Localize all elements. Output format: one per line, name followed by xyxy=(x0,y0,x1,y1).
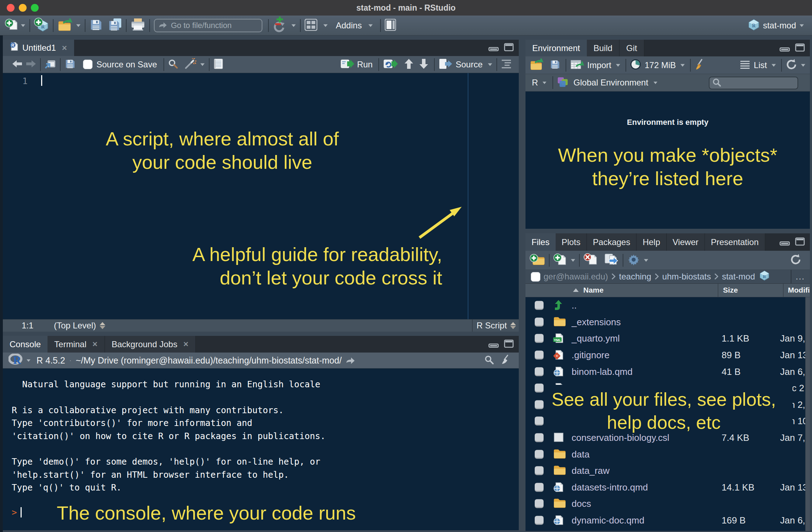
environment-search-input[interactable] xyxy=(709,77,798,89)
print-button[interactable] xyxy=(130,18,145,33)
tab-build[interactable]: Build xyxy=(587,40,619,56)
file-name[interactable]: binom-lab.qmd xyxy=(572,366,633,377)
close-tab-icon[interactable]: ✕ xyxy=(183,340,189,348)
save-all-button[interactable] xyxy=(108,18,122,33)
maximize-pane-icon[interactable] xyxy=(504,43,514,53)
file-checkbox[interactable] xyxy=(535,466,544,475)
pane-layout-button[interactable] xyxy=(305,19,328,32)
file-checkbox[interactable] xyxy=(535,499,544,508)
language-selector-label[interactable]: R xyxy=(532,78,538,88)
minimize-pane-icon[interactable] xyxy=(779,237,790,247)
tab-untitled1[interactable]: R Untitled1 ✕ xyxy=(3,40,74,56)
file-checkbox[interactable] xyxy=(535,483,544,492)
tab-files[interactable]: Files xyxy=(525,233,556,251)
file-name[interactable]: .. xyxy=(572,300,577,311)
file-checkbox[interactable] xyxy=(535,317,544,326)
breadcrumb-uhm-biostats[interactable]: uhm-biostats xyxy=(662,272,711,282)
file-name[interactable]: dynamic-doc.qmd xyxy=(572,515,644,526)
file-name[interactable]: datasets-intro.qmd xyxy=(572,482,648,493)
file-row[interactable]: YML _quarto.yml 1.1 KB Jan 9, xyxy=(525,330,810,347)
source-label[interactable]: Source xyxy=(456,60,483,70)
cursor-position[interactable]: 1:1 xyxy=(22,320,33,332)
code-tools-wand-icon[interactable] xyxy=(184,58,196,71)
tab-environment[interactable]: Environment xyxy=(525,40,587,56)
source-icon[interactable] xyxy=(439,59,453,71)
select-all-checkbox[interactable] xyxy=(531,272,540,282)
tab-presentation[interactable]: Presentation xyxy=(705,233,765,251)
copy-file-icon[interactable] xyxy=(604,253,618,267)
source-down-icon[interactable] xyxy=(419,59,428,71)
column-header-modified[interactable]: Modified xyxy=(788,286,810,294)
files-scrollbar[interactable] xyxy=(805,297,810,531)
column-header-size[interactable]: Size xyxy=(723,286,738,294)
chevron-down-icon[interactable] xyxy=(26,357,31,364)
run-label[interactable]: Run xyxy=(357,60,373,70)
tab-console[interactable]: Console xyxy=(3,336,48,353)
maximize-pane-icon[interactable] xyxy=(795,43,805,53)
file-row[interactable]: YML _extensions xyxy=(525,314,810,331)
file-row[interactable]: YML docs xyxy=(525,495,810,512)
file-row[interactable]: YML binom-lab.qmd 41 B Jan 6, xyxy=(525,363,810,380)
project-menu-button[interactable]: stat-mod xyxy=(748,16,804,35)
file-row[interactable]: YML data_raw xyxy=(525,462,810,479)
compile-report-icon[interactable] xyxy=(213,59,223,71)
breadcrumb-teaching[interactable]: teaching xyxy=(619,272,651,282)
environment-scope-label[interactable]: Global Environment xyxy=(573,78,648,88)
breadcrumb-more-button[interactable]: ... xyxy=(796,272,805,282)
forward-icon[interactable] xyxy=(26,60,36,70)
file-checkbox[interactable] xyxy=(535,433,544,442)
scope-selector[interactable]: (Top Level) xyxy=(54,320,105,332)
save-button[interactable] xyxy=(89,18,102,33)
refresh-icon[interactable] xyxy=(790,254,801,267)
version-control-button[interactable] xyxy=(273,17,296,34)
close-tab-icon[interactable]: ✕ xyxy=(92,340,98,348)
console-body[interactable]: Natural language support but running in … xyxy=(3,368,519,530)
zoom-window-button[interactable] xyxy=(31,4,39,12)
file-row[interactable]: YML .gitignore 89 B Jan 13 xyxy=(525,347,810,364)
delete-file-icon[interactable] xyxy=(584,253,599,267)
column-header-name[interactable]: Name xyxy=(583,286,604,294)
editor-code-area[interactable]: 1 A script, where almost all ofyour code… xyxy=(3,73,519,319)
file-row[interactable]: YML datasets-intro.qmd 14.1 KB Jan 13 xyxy=(525,479,810,496)
minimize-pane-icon[interactable] xyxy=(488,43,499,53)
breadcrumb-stat-mod[interactable]: stat-mod xyxy=(722,272,755,282)
file-checkbox[interactable] xyxy=(535,351,544,360)
load-workspace-icon[interactable] xyxy=(530,59,545,72)
open-file-button[interactable] xyxy=(57,18,81,33)
back-icon[interactable] xyxy=(12,60,23,70)
minimize-pane-icon[interactable] xyxy=(488,339,499,349)
minimize-pane-icon[interactable] xyxy=(779,43,790,53)
tab-git[interactable]: Git xyxy=(619,40,644,56)
find-replace-icon[interactable] xyxy=(168,59,178,70)
goto-directory-icon[interactable] xyxy=(345,355,355,365)
tab-terminal[interactable]: Terminal✕ xyxy=(48,336,105,353)
file-checkbox[interactable] xyxy=(535,417,544,426)
new-file-button[interactable] xyxy=(5,18,26,33)
refresh-icon[interactable] xyxy=(786,59,797,72)
goto-file-function-input[interactable]: Go to file/function xyxy=(154,19,262,32)
file-name[interactable]: docs xyxy=(572,498,591,509)
show-panes-button[interactable] xyxy=(385,19,396,32)
file-name[interactable]: data_raw xyxy=(572,465,610,476)
filetype-selector[interactable]: R Script xyxy=(472,320,519,332)
more-gear-icon[interactable] xyxy=(627,253,640,267)
file-checkbox[interactable] xyxy=(535,450,544,459)
file-name[interactable]: .gitignore xyxy=(572,350,610,361)
run-icon[interactable] xyxy=(340,59,354,71)
import-label[interactable]: Import xyxy=(587,60,611,70)
source-on-save-checkbox[interactable] xyxy=(83,60,93,69)
save-workspace-icon[interactable] xyxy=(550,59,560,71)
clear-environment-broom-icon[interactable] xyxy=(695,59,706,72)
open-in-new-window-icon[interactable] xyxy=(45,59,56,70)
save-icon[interactable] xyxy=(65,59,75,71)
tab-help[interactable]: Help xyxy=(636,233,666,251)
maximize-pane-icon[interactable] xyxy=(504,339,514,349)
file-checkbox[interactable] xyxy=(535,516,544,525)
tab-plots[interactable]: Plots xyxy=(556,233,587,251)
minimize-window-button[interactable] xyxy=(19,4,27,12)
file-row[interactable]: YML data xyxy=(525,446,810,462)
breadcrumb-root[interactable]: ger@hawaii.edu) xyxy=(544,272,608,282)
source-up-icon[interactable] xyxy=(404,59,413,71)
tab-background-jobs[interactable]: Background Jobs✕ xyxy=(105,336,196,353)
new-folder-icon[interactable] xyxy=(530,253,545,267)
